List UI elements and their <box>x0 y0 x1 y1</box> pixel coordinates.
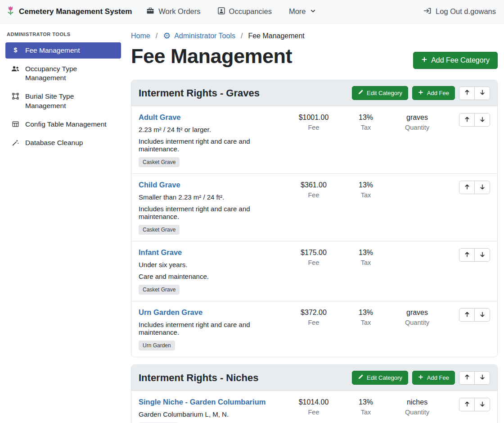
logout-label: Log Out d.gowans <box>436 7 496 16</box>
move-fee-up-button[interactable] <box>459 308 475 322</box>
sidebar-nav: $ Fee Management Occupancy Type Manageme… <box>5 42 121 151</box>
breadcrumb-admin-link[interactable]: ⚙ Administrator Tools <box>163 32 235 40</box>
fee-description: 2.23 m² / 24 ft² or larger. <box>139 126 283 133</box>
category-header: Interment Rights - Graves Edit Category … <box>131 80 497 106</box>
category-reorder-group <box>459 86 490 100</box>
fee-name-link[interactable]: Urn Garden Grave <box>139 308 202 317</box>
fee-type-badge: Casket Grave <box>139 157 180 167</box>
sidebar-heading: ADMINISTRATOR TOOLS <box>7 32 120 37</box>
fee-type-badge: Casket Grave <box>139 225 180 235</box>
move-category-down-button[interactable] <box>474 371 490 385</box>
fee-amount-cell: $1001.00 Fee <box>287 113 341 131</box>
brand-link[interactable]: Cemetery Management System <box>6 5 132 18</box>
quantity-cell: graves Quantity <box>391 113 443 131</box>
dollar-icon: $ <box>11 47 20 54</box>
category-list: Interment Rights - Graves Edit Category … <box>131 80 498 423</box>
logout-link[interactable]: Log Out d.gowans <box>423 7 496 16</box>
category-header: Interment Rights - Niches Edit Category … <box>131 365 497 391</box>
move-fee-down-button[interactable] <box>474 181 490 194</box>
fee-type-badge: Urn Garden <box>139 341 175 350</box>
pencil-icon <box>358 374 363 381</box>
fee-name-link[interactable]: Infant Grave <box>139 248 182 257</box>
breadcrumb-home-link[interactable]: Home <box>131 32 150 40</box>
brand-title: Cemetery Management System <box>19 7 132 16</box>
nav-item-work-orders[interactable]: Work Orders <box>146 7 200 16</box>
fee-name-link[interactable]: Child Grave <box>139 181 180 189</box>
fee-amount: $372.00 <box>287 309 341 317</box>
arrow-down-icon <box>479 374 486 382</box>
fee-amount-cell: $361.00 Fee <box>287 181 341 199</box>
move-fee-up-button[interactable] <box>459 113 475 127</box>
fee-name-link[interactable]: Single Niche - Garden Columbarium <box>139 398 266 406</box>
sidebar-item-burial-site-type-management[interactable]: Burial Site Type Management <box>5 88 121 114</box>
tax-label: Tax <box>344 319 387 326</box>
quantity-cell <box>391 181 443 183</box>
arrow-up-icon <box>464 251 470 259</box>
pencil-icon <box>358 90 363 96</box>
nav-item-occupancies[interactable]: Occupancies <box>218 7 272 16</box>
category-title: Interment Rights - Niches <box>139 372 352 384</box>
move-fee-up-button[interactable] <box>459 398 475 411</box>
edit-category-button[interactable]: Edit Category <box>352 371 408 385</box>
arrow-up-icon <box>464 311 470 319</box>
nav-label: Work Orders <box>158 7 200 16</box>
quantity-cell: niches Quantity <box>391 398 443 416</box>
tax-rate: 13% <box>344 249 387 257</box>
sidebar-item-config-table-management[interactable]: Config Table Management <box>5 116 121 132</box>
fee-row: Infant Grave Under six years.Care and ma… <box>131 241 497 301</box>
fee-row: Urn Garden Grave Includes interment righ… <box>131 301 497 357</box>
move-fee-down-button[interactable] <box>474 113 490 127</box>
sidebar-item-label: Database Cleanup <box>25 138 83 147</box>
fee-amount-label: Fee <box>287 259 341 266</box>
move-category-down-button[interactable] <box>474 86 490 100</box>
tax-label: Tax <box>344 191 387 199</box>
fee-reorder-group <box>459 248 490 262</box>
sidebar-item-database-cleanup[interactable]: Database Cleanup <box>5 135 121 151</box>
breadcrumb-separator: / <box>156 32 158 40</box>
move-fee-down-button[interactable] <box>474 248 490 262</box>
sidebar-item-label: Burial Site Type Management <box>25 92 116 110</box>
plus-icon <box>418 90 423 96</box>
quantity-label: Quantity <box>391 409 443 416</box>
plus-icon <box>418 374 423 381</box>
fee-description: Under six years. <box>139 261 283 268</box>
fee-row: Single Niche - Garden Columbarium Garden… <box>131 391 497 423</box>
edit-category-label: Edit Category <box>367 90 402 96</box>
fee-amount-label: Fee <box>287 409 341 416</box>
fee-amount: $175.00 <box>287 249 341 257</box>
sidebar-item-fee-management[interactable]: $ Fee Management <box>5 42 121 59</box>
add-fee-category-button[interactable]: Add Fee Category <box>413 52 498 69</box>
breadcrumb: Home / ⚙ Administrator Tools / Fee Manag… <box>131 32 498 40</box>
tax-cell: 13% Tax <box>344 308 387 326</box>
fee-description: Includes interment right and care and ma… <box>139 321 283 336</box>
sidebar-item-occupancy-type-management[interactable]: Occupancy Type Management <box>5 61 121 86</box>
add-fee-button[interactable]: Add Fee <box>412 371 455 385</box>
move-fee-up-button[interactable] <box>459 248 475 262</box>
nav-item-more[interactable]: More <box>289 7 316 16</box>
move-fee-up-button[interactable] <box>459 181 475 194</box>
quantity-unit: niches <box>391 398 443 406</box>
fee-description: Garden Columbarium L, M, N. <box>139 410 283 418</box>
top-navbar: Cemetery Management System Work Orders O… <box>0 0 504 23</box>
move-fee-down-button[interactable] <box>474 398 490 411</box>
person-frame-icon <box>218 7 225 16</box>
add-fee-button[interactable]: Add Fee <box>412 86 455 100</box>
move-fee-down-button[interactable] <box>474 308 490 322</box>
arrow-down-icon <box>479 89 486 97</box>
tax-cell: 13% Tax <box>344 181 387 199</box>
move-category-up-button[interactable] <box>459 86 475 100</box>
plus-icon <box>421 56 428 64</box>
fee-amount: $361.00 <box>287 181 341 189</box>
nav-label: Occupancies <box>229 7 272 16</box>
fee-name-link[interactable]: Adult Grave <box>139 113 181 122</box>
edit-category-button[interactable]: Edit Category <box>352 86 408 100</box>
fee-amount: $1001.00 <box>287 114 341 122</box>
fee-reorder-group <box>459 398 490 411</box>
arrow-up-icon <box>464 89 470 97</box>
fee-description: Includes interment right and care and ma… <box>139 205 283 220</box>
move-category-up-button[interactable] <box>459 371 475 385</box>
fee-amount-cell: $1014.00 Fee <box>287 398 341 416</box>
fee-row: Child Grave Smaller than 2.23 m² / 24 ft… <box>131 173 497 241</box>
add-fee-label: Add Fee <box>427 374 449 381</box>
quantity-unit: graves <box>391 114 443 122</box>
